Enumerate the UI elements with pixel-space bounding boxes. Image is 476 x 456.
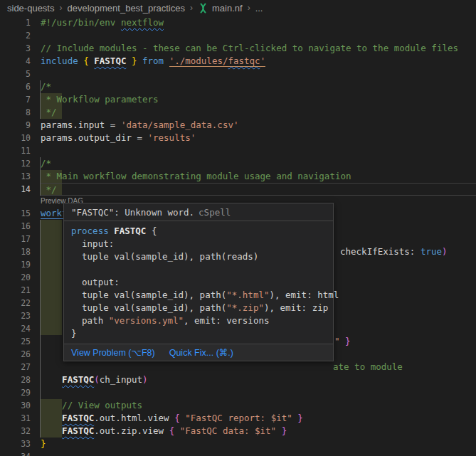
hover-actions-bar: View Problem (⌥F8)Quick Fix... (⌘.): [64, 344, 333, 361]
line-number: 9: [0, 119, 31, 132]
line-number: 25: [0, 335, 31, 348]
line-number: 30: [0, 399, 31, 412]
code-line-27[interactable]: [41, 361, 476, 373]
code-line-29[interactable]: [41, 386, 476, 399]
code-line-8[interactable]: */: [41, 106, 476, 119]
code-token: path: [71, 315, 109, 326]
hover-code-line: }: [71, 327, 326, 340]
code-line-3[interactable]: // Include modules - these can be Ctrl-c…: [41, 42, 476, 55]
problem-text: "FASTQC": Unknown word.: [71, 207, 194, 218]
code-line-31[interactable]: FASTQC.out.html.view { "FastQC report: $…: [41, 412, 476, 425]
code-token: ": [334, 336, 340, 346]
code-token: input:: [71, 238, 114, 249]
breadcrumb-item-side-quests[interactable]: side-quests: [7, 3, 54, 14]
code-line-33[interactable]: }: [41, 438, 476, 450]
code-token: {: [83, 55, 89, 66]
code-token: FASTQC: [94, 55, 126, 66]
code-token: [137, 55, 143, 66]
code-line-12[interactable]: /*: [41, 157, 476, 170]
code-line-4[interactable]: include { FASTQC } from './modules/fastq…: [41, 55, 476, 68]
hover-popup: "FASTQC": Unknown word.cSpell process FA…: [63, 203, 334, 361]
line-number: 6: [0, 80, 31, 93]
code-token: * Workflow parameters: [41, 94, 159, 105]
hover-code-line: process FASTQC {: [71, 225, 326, 238]
code-token: {: [174, 413, 180, 423]
code-token: /*: [41, 158, 51, 169]
code-token: tuple val(sample_id), path(: [71, 290, 226, 300]
breadcrumb-separator: ›: [190, 3, 193, 13]
code-fragment[interactable]: checkIfExists: true): [340, 245, 448, 258]
code-token: [41, 413, 62, 423]
code-token: 'data/sample_data.csv': [121, 120, 239, 130]
code-line-32[interactable]: FASTQC.out.zip.view { "FastQC data: $it"…: [41, 425, 476, 438]
code-token: "*.zip": [226, 302, 264, 313]
hover-code-line: [71, 263, 326, 276]
code-token: }: [297, 413, 303, 423]
hover-code-line: path "versions.yml", emit: versions: [71, 314, 326, 327]
code-line-30[interactable]: // View outputs: [41, 399, 476, 412]
code-token: // View outputs: [41, 400, 142, 410]
line-number: 34: [0, 450, 31, 456]
code-token: [174, 425, 180, 436]
code-token: [340, 336, 346, 346]
code-line-1[interactable]: #!/usr/bin/env nextflow: [41, 16, 476, 29]
code-line-11[interactable]: [41, 144, 476, 157]
code-token: }: [132, 55, 137, 66]
code-token: /*: [41, 81, 51, 92]
hover-code-line: output:: [71, 276, 326, 289]
code-token: ), emit: html: [269, 290, 339, 300]
code-token: #!/usr/bin/env: [41, 17, 121, 28]
code-token: , emit: versions: [184, 315, 269, 326]
breadcrumb-item-main-nf[interactable]: main.nf: [212, 3, 243, 14]
line-number: 4: [0, 55, 31, 68]
code-line-14[interactable]: */: [41, 183, 476, 196]
breadcrumb-item-symbol-ellipsis[interactable]: ...: [255, 3, 263, 14]
code-line-10[interactable]: params.output_dir = 'results': [41, 132, 476, 144]
code-token: ): [442, 246, 448, 257]
hover-action-quick-fix[interactable]: Quick Fix... (⌘.): [169, 347, 233, 358]
code-token: ate to module: [333, 361, 403, 372]
code-line-13[interactable]: * Main workflow demonstrating module usa…: [41, 170, 476, 183]
code-token: }: [345, 336, 351, 346]
code-token: // Include modules - these can be Ctrl-c…: [41, 43, 458, 53]
code-token: "versions.yml": [109, 315, 184, 326]
code-line-7[interactable]: * Workflow parameters: [41, 93, 476, 106]
breadcrumb-separator: ›: [59, 3, 62, 13]
line-number: 24: [0, 322, 31, 335]
code-token: fastqc: [228, 55, 260, 67]
code-token: output:: [71, 277, 120, 287]
code-token: FASTQC: [114, 226, 146, 236]
code-token: 'results': [148, 132, 196, 143]
line-number: 28: [0, 373, 31, 386]
code-token: [164, 55, 169, 66]
code-token: }: [282, 425, 287, 436]
code-fragment[interactable]: ate to module: [333, 361, 403, 373]
code-token: FASTQC: [62, 425, 94, 436]
line-number: 33: [0, 438, 31, 450]
code-token: */: [41, 107, 57, 117]
code-token: [126, 55, 132, 66]
line-number: 11: [0, 144, 31, 157]
line-number: 32: [0, 425, 31, 438]
code-token: (: [94, 374, 100, 385]
line-number: 2: [0, 29, 31, 42]
code-fragment[interactable]: " }: [334, 335, 351, 348]
line-number: 27: [0, 361, 31, 373]
code-token: "FastQC data: $it": [180, 425, 276, 436]
vscode-editor-window: side-quests › development_best_practices…: [0, 0, 476, 456]
line-number: 29: [0, 386, 31, 399]
code-line-34[interactable]: [41, 450, 476, 456]
line-number: 8: [0, 106, 31, 119]
breadcrumb-item-development-best-practices[interactable]: development_best_practices: [67, 3, 185, 14]
code-line-2[interactable]: [41, 29, 476, 42]
hover-action-view-problem[interactable]: View Problem (⌥F8): [71, 347, 155, 358]
code-line-9[interactable]: params.input = 'data/sample_data.csv': [41, 119, 476, 132]
code-token: * Main workflow demonstrating module usa…: [41, 171, 351, 181]
code-line-28[interactable]: FASTQC(ch_input): [41, 373, 476, 386]
code-token: [276, 425, 282, 436]
code-line-6[interactable]: /*: [41, 80, 476, 93]
line-number: 26: [0, 348, 31, 361]
line-number: 20: [0, 271, 31, 284]
line-number: 7: [0, 93, 31, 106]
code-line-5[interactable]: [41, 68, 476, 80]
